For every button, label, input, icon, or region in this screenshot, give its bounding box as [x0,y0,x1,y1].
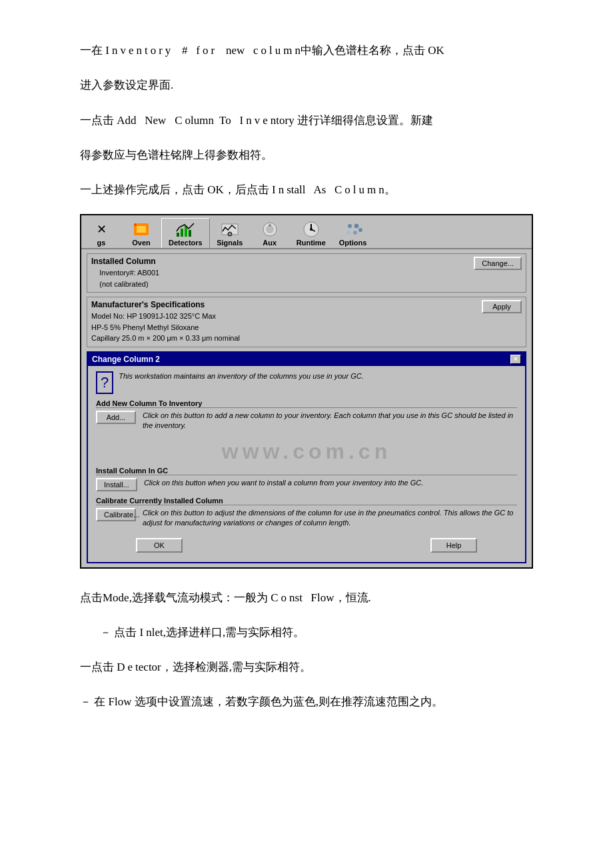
toolbar-label-runtime: Runtime [297,239,326,247]
watermark: www.com.cn [96,437,517,467]
installed-column-info: Installed Column Inventory#: AB001 (not … [91,257,159,289]
add-button[interactable]: Add... [96,411,136,424]
p5-text: － 点击 Inlet,选择进样口,需与实际相符。 [100,626,305,639]
add-section-row: Add... Click on this button to add a new… [96,411,517,431]
toolbar-item-options[interactable]: Options [332,219,374,248]
signals-icon [219,220,241,239]
svg-point-8 [228,232,232,236]
p6-text: 一点击 Detector，选择检测器,需与实际相符。 [80,661,311,673]
paragraph-1: 一在 Inventory # for new column中输入色谱柱名称，点击… [80,40,560,61]
calibration-status: (not calibrated) [91,279,159,290]
svg-point-18 [346,231,350,235]
installed-column-row: Installed Column Inventory#: AB001 (not … [91,257,522,289]
add-section-text: Click on this button to add a new column… [143,411,517,431]
svg-rect-1 [137,226,146,233]
specs-row: Manufacturer's Specifications Model No: … [91,300,522,344]
svg-point-17 [354,224,358,228]
installed-column-title: Installed Column [91,257,159,266]
calibrate-section-row: Calibrate... Click on this button to adj… [96,508,517,529]
install-section-text: Click on this button when you want to in… [144,478,423,488]
toolbar-item-aux[interactable]: Aux [250,219,290,248]
p2b-text: 得参数应与色谱柱铭牌上得参数相符。 [80,149,273,161]
toolbar-item-detectors[interactable]: Detectors [161,218,210,248]
calibrate-section-text: Click on this button to adjust the dimen… [143,508,517,529]
paragraph-2: 一点击 Add New Column To Inventory 进行详细得信息设… [80,110,560,131]
specs-title: Manufacturer's Specifications [91,300,240,309]
model-number: Model No: HP 19091J-102 325°C Max [91,311,240,322]
dialog-footer: OK Help [96,534,517,557]
dialog-section-calibrate: Calibrate Currently Installed Column Cal… [96,497,517,529]
toolbar-label-gs: gs [97,239,106,247]
screenshot-container: ✕ gs Oven [80,214,533,568]
ok-button[interactable]: OK [136,538,183,553]
dialog-intro-text: This workstation maintains an inventory … [119,371,363,381]
capillary-info: Capillary 25.0 m × 200 μm × 0.33 μm nomi… [91,333,240,344]
column-type: HP-5 5% Phenyl Methyl Siloxane [91,322,240,333]
main-content: Installed Column Inventory#: AB001 (not … [81,249,532,567]
svg-point-20 [358,228,362,232]
inventory-number: Inventory#: AB001 [91,267,159,279]
dialog-body: ? This workstation maintains an inventor… [88,366,525,562]
dialog-close-button[interactable]: × [510,355,521,364]
change-column-dialog: Change Column 2 × ? This workstation mai… [87,351,526,563]
calibrate-section-title: Calibrate Currently Installed Column [96,497,517,505]
specs-info: Manufacturer's Specifications Model No: … [91,300,240,344]
svg-rect-3 [177,233,179,237]
svg-point-16 [348,224,352,228]
toolbar-item-gs[interactable]: ✕ gs [81,219,121,248]
oven-icon [131,220,152,239]
toolbar-label-oven: Oven [132,239,151,247]
svg-point-15 [310,228,312,231]
svg-point-19 [353,231,357,235]
dialog-section-add: Add New Column To Inventory Add... Click… [96,399,517,431]
dialog-intro: ? This workstation maintains an inventor… [96,371,517,394]
paragraph-7: － 在 Flow 选项中设置流速，若数字颜色为蓝色,则在推荐流速范围之内。 [80,691,560,713]
add-section-title: Add New Column To Inventory [96,399,517,408]
dialog-section-install: Install Column In GC Install... Click on… [96,467,517,491]
toolbar: ✕ gs Oven [81,215,532,249]
p1b-text: 进入参数设定界面. [80,79,173,91]
install-section-row: Install... Click on this button when you… [96,478,517,491]
help-button[interactable]: Help [430,538,477,553]
p1-text: 一在 Inventory # for new column中输入色谱柱名称，点击… [80,44,444,57]
toolbar-label-signals: Signals [217,239,243,247]
runtime-icon [301,220,322,239]
dialog-info-icon: ? [96,371,113,394]
toolbar-label-detectors: Detectors [169,239,203,247]
p4-text: 点击Mode,选择载气流动模式：一般为 Const Flow，恒流. [80,591,371,604]
install-button[interactable]: Install... [96,478,137,491]
options-icon [342,220,364,239]
calibrate-button[interactable]: Calibrate... [96,508,136,521]
svg-point-2 [134,223,137,226]
aux-icon [259,220,281,239]
paragraph-5: － 点击 Inlet,选择进样口,需与实际相符。 [100,622,560,643]
installed-column-section: Installed Column Inventory#: AB001 (not … [87,253,526,293]
toolbar-label-options: Options [339,239,367,247]
paragraph-2b: 得参数应与色谱柱铭牌上得参数相符。 [80,145,560,166]
dialog-title: Change Column 2 [92,355,160,364]
toolbar-item-runtime[interactable]: Runtime [290,219,332,248]
svg-rect-6 [189,230,191,237]
toolbar-item-oven[interactable]: Oven [121,219,161,248]
paragraph-6: 一点击 Detector，选择检测器,需与实际相符。 [80,657,560,678]
toolbar-item-signals[interactable]: Signals [210,219,250,248]
gs-icon: ✕ [91,220,112,239]
p3-text: 一上述操作完成后，点击 OK，后点击 Install As Column。 [80,183,396,196]
svg-rect-4 [181,229,183,237]
manufacturer-specs-section: Manufacturer's Specifications Model No: … [87,297,526,347]
install-section-title: Install Column In GC [96,467,517,475]
apply-button[interactable]: Apply [482,300,522,313]
change-button[interactable]: Change... [474,257,522,270]
svg-point-11 [269,224,271,227]
p7-text: － 在 Flow 选项中设置流速，若数字颜色为蓝色,则在推荐流速范围之内。 [80,695,443,708]
paragraph-3: 一上述操作完成后，点击 OK，后点击 Install As Column。 [80,179,560,201]
dialog-titlebar: Change Column 2 × [88,353,525,366]
paragraph-1b: 进入参数设定界面. [80,75,560,96]
detectors-icon [175,220,196,239]
toolbar-label-aux: Aux [263,239,277,247]
paragraph-4: 点击Mode,选择载气流动模式：一般为 Const Flow，恒流. [80,587,560,609]
p2-text: 一点击 Add New Column To Inventory 进行详细得信息设… [80,114,433,127]
